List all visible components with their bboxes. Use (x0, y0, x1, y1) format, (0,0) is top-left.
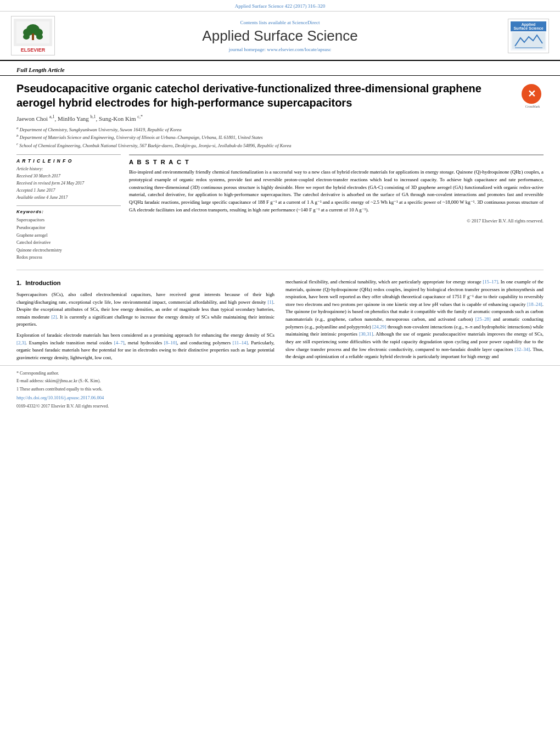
homepage-label: journal homepage: (229, 47, 266, 52)
authors-line: Jaewon Choi a,1, MinHo Yang b,1, Sung-Ko… (16, 114, 544, 122)
keyword-1: Supercapacitors (16, 216, 121, 224)
ref-18-24[interactable]: [18–24] (527, 302, 542, 307)
journal-logo-image (511, 31, 546, 51)
article-type-text: Full Length Article (16, 66, 65, 73)
keywords-title: Keywords: (16, 209, 121, 214)
keywords-section: Keywords: Supercapacitors Pseudocapacito… (16, 205, 121, 261)
keyword-4: Catechol derivative (16, 239, 121, 247)
affil-sup-a: a (16, 126, 19, 130)
keyword-3: Graphene aerogel (16, 232, 121, 239)
available-online-date: Available online 4 June 2017 (16, 194, 121, 202)
svg-point-6 (36, 34, 43, 40)
elsevier-logo-image (14, 19, 52, 46)
article-type-label: Full Length Article (0, 61, 560, 76)
doi-line[interactable]: http://dx.doi.org/10.1016/j.apsusc.2017.… (16, 394, 544, 402)
footnote-equal-contrib: 1 These authors contributed equally to t… (16, 386, 544, 393)
affiliation-b: b Department of Materials Science and En… (16, 133, 544, 141)
footnotes: * Corresponding author. E-mail address: … (0, 365, 560, 412)
ref-11-14[interactable]: [11–14] (233, 340, 248, 345)
ref-4-7[interactable]: [4–7] (114, 340, 125, 345)
doi-text: http://dx.doi.org/10.1016/j.apsusc.2017.… (16, 395, 104, 400)
page: Applied Surface Science 422 (2017) 316–3… (0, 0, 560, 742)
ref-32-34[interactable]: [32–34] (514, 347, 530, 352)
homepage-link[interactable]: www.elsevier.com/locate/apsusc (267, 47, 331, 52)
ref-8-10[interactable]: [8–10] (164, 340, 177, 345)
main-content: Pseudocapacitive organic catechol deriva… (0, 81, 560, 365)
right-para-1: mechanical flexibility, and chemical tun… (285, 278, 544, 361)
intro-heading: 1. Introduction (16, 278, 275, 288)
accepted-date: Accepted 1 June 2017 (16, 187, 121, 194)
revised-date: Received in revised form 24 May 2017 (16, 180, 121, 187)
issn-line: 0169-4332/© 2017 Elsevier B.V. All right… (16, 403, 544, 410)
abstract-title: A B S T R A C T (129, 159, 544, 165)
body-left-column: 1. Introduction Supercapacitors (SCs), a… (16, 278, 275, 365)
affil-text-a: Department of Chemistry, Sungkyunkwan Un… (20, 126, 182, 132)
abstract-column: A B S T R A C T Bio-inspired and environ… (129, 154, 544, 261)
article-info-column: A R T I C L E I N F O Article history: R… (16, 154, 121, 261)
affil-sup-b: b (16, 133, 19, 138)
corresponding-label: * Corresponding author. (16, 371, 59, 376)
ref-30-31[interactable]: [30,31] (359, 331, 373, 337)
science-direct-link[interactable]: ScienceDirect (292, 20, 320, 25)
body-right-column: mechanical flexibility, and chemical tun… (285, 278, 544, 365)
journal-logo-right: AppliedSurface Science (505, 19, 549, 53)
journal-logo-box: AppliedSurface Science (508, 19, 549, 53)
ref-2[interactable]: [2] (51, 314, 57, 320)
journal-name: Applied Surface Science (55, 27, 505, 44)
equal-contrib-text: 1 These authors contributed equally to t… (16, 387, 103, 392)
intro-para-2: Exploration of faradaic electrode materi… (16, 332, 275, 362)
email-label: E-mail address: skkim@jbnu.ac.kr (S.-K. … (16, 378, 100, 383)
article-info-title: A R T I C L E I N F O (16, 158, 121, 164)
affiliation-c: c School of Chemical Engineering, Chonbu… (16, 141, 544, 149)
intro-number: 1. (16, 280, 21, 286)
ref-1[interactable]: [1] (268, 299, 273, 305)
issn-text: 0169-4332/© 2017 Elsevier B.V. All right… (16, 404, 109, 409)
ref-15-17[interactable]: [15–17] (483, 279, 498, 284)
keyword-6: Redox process (16, 254, 121, 261)
intro-para-1: Supercapacitors (SCs), also called elect… (16, 291, 275, 328)
crossmark-icon[interactable]: ✕ CrossMark (522, 84, 544, 108)
author-sup-c-star: c,* (137, 114, 143, 119)
crossmark-symbol: ✕ (522, 84, 541, 104)
article-title: Pseudocapacitive organic catechol deriva… (16, 81, 516, 110)
history-label-text: Article history: (16, 166, 43, 171)
affil-text-c: School of Chemical Engineering, Chonbuk … (19, 143, 291, 148)
journal-center: Contents lists available at ScienceDirec… (55, 20, 505, 52)
journal-logo-top: AppliedSurface Science (511, 21, 546, 31)
footnote-email: E-mail address: skkim@jbnu.ac.kr (S.-K. … (16, 378, 544, 385)
top-ref-bar: Applied Surface Science 422 (2017) 316–3… (0, 0, 560, 12)
section-divider (16, 270, 544, 270)
article-title-area: Pseudocapacitive organic catechol deriva… (16, 81, 544, 110)
elsevier-tree-svg (16, 21, 49, 43)
journal-homepage: journal homepage: www.elsevier.com/locat… (55, 47, 505, 52)
ref-24-29[interactable]: [24,29] (372, 324, 387, 330)
svg-point-5 (23, 34, 30, 40)
affil-sup-c: c (16, 142, 18, 146)
ref-25-28[interactable]: [25–28] (475, 316, 491, 322)
svg-rect-4 (32, 34, 34, 40)
journal-header: ELSEVIER Contents lists available at Sci… (0, 12, 560, 61)
elsevier-logo: ELSEVIER (11, 16, 55, 55)
affiliation-a: a Department of Chemistry, Sungkyunkwan … (16, 125, 544, 133)
keyword-5: Quinone electrochemistry (16, 247, 121, 254)
article-history-label: Article history: (16, 166, 121, 173)
article-body-grid: A R T I C L E I N F O Article history: R… (16, 154, 544, 261)
affil-text-b: Department of Materials Science and Engi… (20, 135, 263, 140)
contents-list-label: Contents lists available at (240, 20, 291, 25)
keyword-2: Pseudocapacitor (16, 224, 121, 232)
affiliations: a Department of Chemistry, Sungkyunkwan … (16, 125, 544, 149)
copyright-line: © 2017 Elsevier B.V. All rights reserved… (129, 218, 544, 224)
abstract-text: Bio-inspired and environmentally friendl… (129, 169, 544, 214)
crossmark-label: CrossMark (522, 105, 544, 108)
science-direct-line: Contents lists available at ScienceDirec… (55, 20, 505, 25)
footnote-corresponding: * Corresponding author. (16, 370, 544, 377)
ref-2-3[interactable]: [2,3] (16, 340, 26, 345)
author-sup-b1: b,1 (91, 114, 96, 119)
elsevier-label: ELSEVIER (14, 47, 52, 53)
body-columns: 1. Introduction Supercapacitors (SCs), a… (16, 278, 544, 365)
journal-ref-text: Applied Surface Science 422 (2017) 316–3… (235, 3, 326, 9)
keywords-label: Keywords: (16, 209, 44, 214)
author-sup-a1: a,1 (49, 114, 55, 119)
intro-title: Introduction (25, 280, 60, 286)
received-date: Received 30 March 2017 (16, 173, 121, 180)
